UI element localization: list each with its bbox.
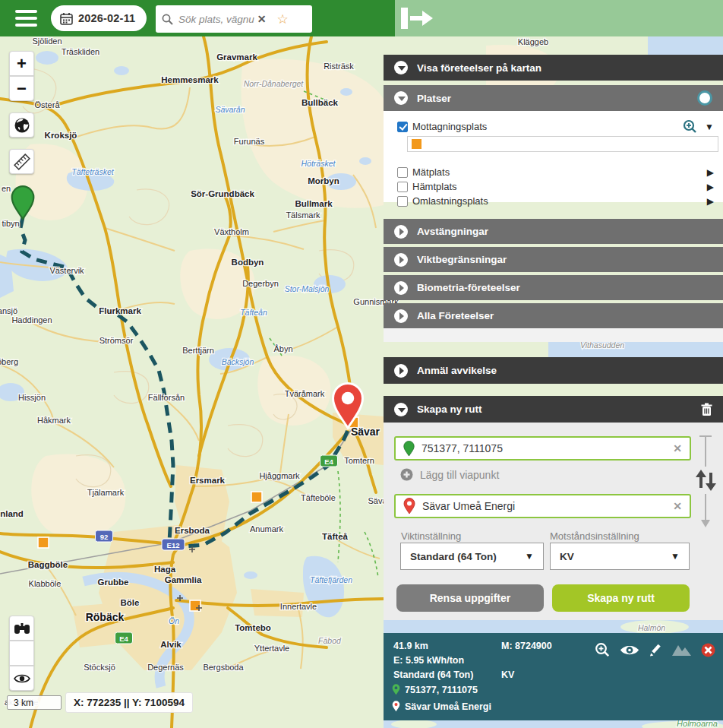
section-platser[interactable]: Platser <box>384 85 723 111</box>
binoculars-icon <box>14 622 30 635</box>
create-route-label: Skapa ny rutt <box>587 592 655 604</box>
map-label: Kroksjö <box>45 131 77 140</box>
map-label: Stor-Malsjön <box>285 284 330 293</box>
receiving-place-marker[interactable] <box>38 537 49 548</box>
checkbox-hamtplats[interactable] <box>397 182 408 192</box>
map-label: Sävar <box>351 426 380 438</box>
checkbox-mottagningsplats[interactable] <box>397 122 408 132</box>
create-route-button[interactable]: Skapa ny rutt <box>552 584 690 612</box>
weight-setting-value: Standard (64 Ton) <box>410 551 497 562</box>
measure-button[interactable] <box>9 149 34 174</box>
weight-setting-select[interactable]: Standard (64 Ton) ▼ <box>400 543 544 570</box>
route-end-input[interactable]: Sävar Umeå Energi ✕ <box>394 494 691 518</box>
expand-caret-icon[interactable]: ▶ <box>707 182 714 192</box>
menu-button[interactable] <box>15 10 37 27</box>
status-circle-icon <box>697 90 712 106</box>
clear-start-icon[interactable]: ✕ <box>673 442 682 454</box>
checkbox-omlastningsplats[interactable] <box>397 196 408 207</box>
favorite-star-icon[interactable]: ☆ <box>277 11 289 27</box>
resistance-setting-value: KV <box>560 551 574 562</box>
clear-end-icon[interactable]: ✕ <box>673 500 682 512</box>
map-label: Tväråmark <box>285 389 325 398</box>
dropdown-caret-icon: ▼ <box>525 551 534 562</box>
end-pin-icon <box>392 701 400 712</box>
map-label: Flurkmark <box>99 306 141 315</box>
close-route-icon[interactable] <box>701 643 715 657</box>
end-value: Sävar Umeå Energi <box>422 500 673 512</box>
add-viapoint-label: Lägg till viapunkt <box>420 469 499 481</box>
search-area-button[interactable] <box>9 616 34 641</box>
section-avstangningar[interactable]: Avstängningar <box>384 219 723 244</box>
platser-panel-body: Mottagningsplats ▼ Mätplats ▶ Hämtplats … <box>384 111 723 202</box>
calendar-icon <box>60 12 73 25</box>
map-label: Sjöliden <box>32 36 62 46</box>
clear-form-button[interactable]: Rensa uppgifter <box>396 584 544 612</box>
section-title: Platser <box>417 93 451 104</box>
map-label: Anumark <box>250 524 284 533</box>
map-label: Fäbod <box>318 636 342 645</box>
checkbox-matplats[interactable] <box>397 167 408 178</box>
layer-row-hamtplats[interactable]: Hämtplats ▶ <box>384 179 723 194</box>
show-route-eye-icon[interactable] <box>620 644 639 657</box>
swap-route-control[interactable] <box>693 433 718 529</box>
layer-row-mottagningsplats[interactable]: Mottagningsplats ▼ <box>384 119 723 134</box>
map-label: Håkmark <box>37 416 71 425</box>
map-label: Växtholm <box>214 227 249 236</box>
section-viktbegransningar[interactable]: Viktbegränsningar <box>384 247 723 272</box>
map-label: Täfteträsket <box>71 167 115 176</box>
elevation-profile-icon[interactable] <box>672 644 691 656</box>
chevron-down-icon <box>394 403 408 416</box>
start-pin-icon <box>392 684 400 695</box>
layer-row-matplats[interactable]: Mätplats ▶ <box>384 165 723 179</box>
start-pin-icon <box>403 441 415 457</box>
trash-icon[interactable] <box>701 403 712 416</box>
layer-label: Omlastningsplats <box>412 195 488 207</box>
logout-icon[interactable] <box>399 7 434 30</box>
route-resistance-setting: KV <box>501 669 514 680</box>
map-label: Degerbyn <box>242 279 279 288</box>
map-label: ansjö <box>0 306 17 315</box>
add-viapoint-button[interactable]: Lägg till viapunkt <box>400 468 499 481</box>
search-placeholder[interactable]: Sök plats, vägnu <box>178 14 254 25</box>
expand-caret-icon[interactable]: ▶ <box>707 167 714 178</box>
search-box[interactable]: Sök plats, vägnu ✕ ☆ <box>156 5 312 33</box>
expand-caret-icon[interactable]: ▼ <box>705 122 714 132</box>
section-alla-foreteelser[interactable]: Alla Företeelser <box>384 303 723 328</box>
layer-row-omlastningsplats[interactable]: Omlastningsplats ▶ <box>384 194 723 208</box>
map-label: Träskliden <box>62 47 99 56</box>
blank-tool-button[interactable] <box>9 641 34 666</box>
route-start-input[interactable]: 751377, 7111075 ✕ <box>394 436 691 461</box>
section-skapa-ny-rutt[interactable]: Skapa ny rutt <box>384 396 723 423</box>
search-clear-icon[interactable]: ✕ <box>257 13 267 25</box>
map-label: Haddingen <box>11 315 52 324</box>
date-picker[interactable]: 2026-02-11 <box>51 5 147 31</box>
basemap-button[interactable] <box>9 112 34 138</box>
route-m-value: M: 8724900 <box>501 641 552 651</box>
section-anmal-avvikelse[interactable]: Anmäl avvikelse <box>384 357 723 384</box>
map-label: Österå <box>34 100 60 109</box>
receiving-place-marker[interactable] <box>251 492 262 502</box>
zoom-to-route-icon[interactable] <box>595 642 610 657</box>
zoom-out-button[interactable]: − <box>9 76 34 101</box>
map-label: Ersboda <box>175 526 210 535</box>
map-label: Berttjärn <box>182 346 214 355</box>
weight-setting-label: Viktinställning <box>401 530 461 542</box>
section-title: Alla Företeelser <box>417 310 494 321</box>
section-title: Skapa ny rutt <box>417 404 482 415</box>
route-end-summary: Sävar Umeå Energi <box>392 701 491 712</box>
zoom-in-button[interactable]: + <box>9 51 34 76</box>
map-label: Tjälamark <box>87 488 125 497</box>
edit-route-pencil-icon[interactable] <box>649 644 662 657</box>
dropdown-caret-icon: ▼ <box>671 551 680 562</box>
section-title: Biometria-företeelser <box>417 282 520 293</box>
resistance-setting-select[interactable]: KV ▼ <box>550 543 690 570</box>
map-label: Åbyn <box>273 344 292 353</box>
zoom-to-layer-icon[interactable] <box>683 119 697 134</box>
map-label: Norr-Dånaberget <box>244 79 305 88</box>
expand-caret-icon[interactable]: ▶ <box>707 196 714 207</box>
section-biometria[interactable]: Biometria-företeelser <box>384 275 723 300</box>
svg-text:E4: E4 <box>119 635 128 643</box>
section-visa-foreteelser[interactable]: Visa företeelser på kartan <box>384 55 723 81</box>
map-label: öberg <box>0 357 18 366</box>
visibility-button[interactable] <box>9 666 34 691</box>
